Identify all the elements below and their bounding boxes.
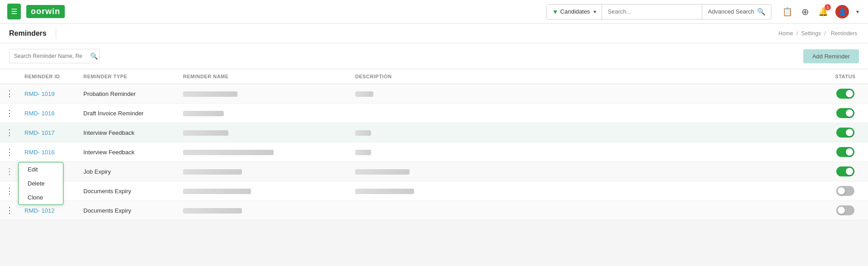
global-search-input[interactable] xyxy=(602,5,702,19)
reminder-search-icon: 🔍 xyxy=(87,52,100,60)
col-actions xyxy=(0,69,17,84)
reminder-name-cell xyxy=(176,181,348,201)
table-row: ⋮RMD- 1012Documents Expiry xyxy=(0,201,868,220)
filter-label: Candidates xyxy=(560,8,590,15)
reminder-id-link[interactable]: RMD- 1012 xyxy=(24,207,54,214)
reminder-type-cell: Documents Expiry xyxy=(76,181,176,201)
reminder-name-cell xyxy=(176,162,348,181)
table-row: ⋮RMD- 1013Documents Expiry xyxy=(0,181,868,201)
status-cell xyxy=(823,84,868,104)
breadcrumb-settings[interactable]: Settings xyxy=(801,30,821,37)
table-row: ⋮RMD- 1017Interview Feedback xyxy=(0,123,868,142)
reminder-id-link[interactable]: RMD- 1018 xyxy=(24,110,54,117)
row-actions-button[interactable]: ⋮ xyxy=(4,167,15,176)
table-header-row: REMINDER ID REMINDER TYPE REMINDER NAME … xyxy=(0,69,868,84)
global-search-area: ▼ Candidates ▾ Advanced Search 🔍 xyxy=(546,4,772,19)
row-actions-button[interactable]: ⋮ xyxy=(4,128,15,137)
description-cell xyxy=(348,142,823,162)
row-actions-button[interactable]: ⋮ xyxy=(4,187,15,195)
document-icon: 📋 xyxy=(782,7,792,17)
col-status: STATUS xyxy=(823,69,868,84)
description-blurred xyxy=(355,130,371,136)
description-blurred xyxy=(355,91,373,97)
status-cell xyxy=(823,123,868,142)
status-cell xyxy=(823,162,868,181)
status-toggle[interactable] xyxy=(836,89,854,99)
nav-icons-group: 📋 ⊕ 🔔 1 👤 ▾ xyxy=(781,5,861,19)
row-actions-button[interactable]: ⋮ xyxy=(4,206,15,214)
description-cell xyxy=(348,181,823,201)
user-avatar[interactable]: 👤 xyxy=(835,5,849,19)
status-toggle[interactable] xyxy=(836,108,854,118)
notifications-button[interactable]: 🔔 1 xyxy=(816,5,830,19)
description-cell xyxy=(348,162,823,181)
breadcrumb-current: Reminders xyxy=(831,30,857,37)
page-title: Reminders xyxy=(9,29,47,38)
row-actions-button[interactable]: ⋮ xyxy=(4,109,15,117)
advanced-search-label: Advanced Search xyxy=(708,8,754,15)
user-menu-chevron[interactable]: ▾ xyxy=(854,7,861,17)
breadcrumb-home[interactable]: Home xyxy=(779,30,793,37)
description-cell xyxy=(348,201,823,220)
status-toggle[interactable] xyxy=(836,205,854,215)
document-icon-button[interactable]: 📋 xyxy=(781,5,794,19)
col-reminder-id: REMINDER ID xyxy=(17,69,76,84)
logo: oorwin xyxy=(26,5,65,18)
reminder-name-blurred xyxy=(183,91,237,97)
status-toggle[interactable] xyxy=(836,166,854,176)
top-navigation: ☰ oorwin ▼ Candidates ▾ Advanced Search … xyxy=(0,0,868,24)
context-menu: EditDeleteClone xyxy=(18,162,63,205)
col-reminder-name: REMINDER NAME xyxy=(176,69,348,84)
breadcrumb: Home / Settings / Reminders xyxy=(779,30,859,37)
col-description: DESCRIPTION xyxy=(348,69,823,84)
reminder-id-link[interactable]: RMD- 1017 xyxy=(24,129,54,136)
status-toggle[interactable] xyxy=(836,128,854,138)
reminder-search-input[interactable] xyxy=(10,53,87,59)
hamburger-menu[interactable]: ☰ xyxy=(7,4,21,19)
reminder-type-cell: Job Expiry xyxy=(76,162,176,181)
advanced-search-button[interactable]: Advanced Search 🔍 xyxy=(702,5,771,19)
reminder-type-cell: Probation Reminder xyxy=(76,84,176,104)
context-menu-item-delete[interactable]: Delete xyxy=(19,176,63,190)
breadcrumb-sep-2: / xyxy=(824,30,827,37)
chevron-down-icon: ▾ xyxy=(856,9,859,15)
subheader: Reminders Home / Settings / Reminders xyxy=(0,24,868,43)
table-row: ⋮EditDeleteCloneRMD- 1015Job Expiry xyxy=(0,162,868,181)
breadcrumb-sep-1: / xyxy=(796,30,800,37)
reminder-name-blurred xyxy=(183,189,251,194)
reminder-type-cell: Documents Expiry xyxy=(76,201,176,220)
context-menu-item-edit[interactable]: Edit xyxy=(19,162,63,176)
description-blurred xyxy=(355,169,410,175)
status-toggle[interactable] xyxy=(836,147,854,157)
reminder-id-link[interactable]: RMD- 1019 xyxy=(24,90,54,97)
filter-dropdown-button[interactable]: ▼ Candidates ▾ xyxy=(547,5,603,19)
description-cell xyxy=(348,123,823,142)
reminder-name-blurred xyxy=(183,150,274,155)
description-blurred xyxy=(355,189,414,194)
description-blurred xyxy=(355,150,371,155)
status-cell xyxy=(823,181,868,201)
plus-icon: ⊕ xyxy=(801,6,809,17)
reminder-id-link[interactable]: RMD- 1016 xyxy=(24,149,54,156)
add-icon-button[interactable]: ⊕ xyxy=(800,5,811,19)
row-actions-button[interactable]: ⋮ xyxy=(4,148,15,156)
status-cell xyxy=(823,142,868,162)
status-toggle[interactable] xyxy=(836,186,854,196)
row-actions-button[interactable]: ⋮ xyxy=(4,90,15,98)
reminders-table-container: REMINDER ID REMINDER TYPE REMINDER NAME … xyxy=(0,69,868,220)
reminder-name-blurred xyxy=(183,208,242,214)
table-row: ⋮RMD- 1018Draft Invoice Reminder xyxy=(0,104,868,123)
table-row: ⋮RMD- 1019Probation Reminder xyxy=(0,84,868,104)
description-cell xyxy=(348,84,823,104)
status-cell xyxy=(823,104,868,123)
reminder-name-blurred xyxy=(183,130,228,136)
add-reminder-button[interactable]: Add Reminder xyxy=(803,49,859,63)
reminder-search-box: 🔍 xyxy=(9,49,100,63)
context-menu-item-clone[interactable]: Clone xyxy=(19,190,63,204)
reminder-name-cell xyxy=(176,123,348,142)
hamburger-icon: ☰ xyxy=(11,7,17,16)
reminder-name-cell xyxy=(176,142,348,162)
reminder-name-blurred xyxy=(183,111,224,116)
notifications-badge: 1 xyxy=(825,4,831,10)
reminders-table: REMINDER ID REMINDER TYPE REMINDER NAME … xyxy=(0,69,868,220)
